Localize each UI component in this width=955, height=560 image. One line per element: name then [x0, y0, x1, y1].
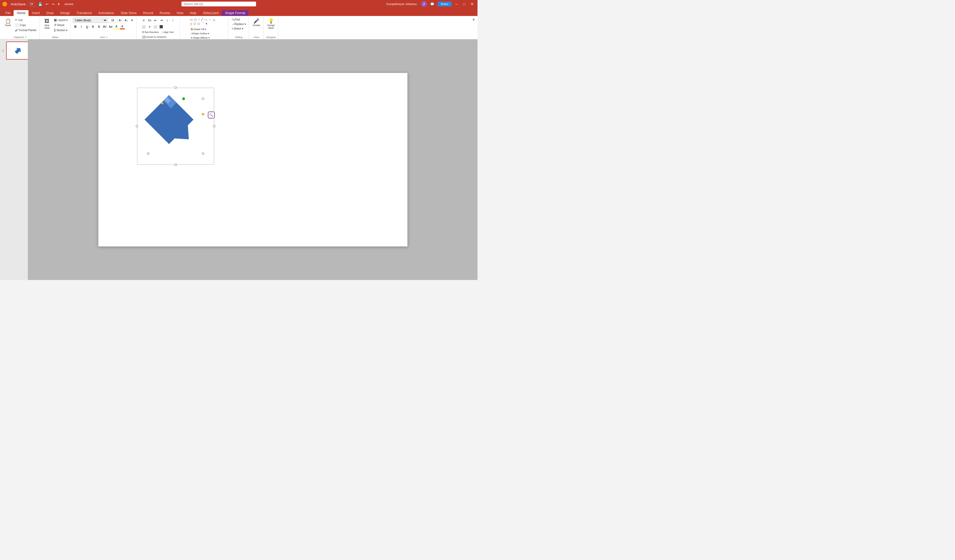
columns-button[interactable]: ⫶ — [170, 17, 175, 23]
change-case-button[interactable]: Aa — [108, 24, 113, 29]
rect-shape-icon[interactable]: ▭ — [189, 17, 193, 22]
tab-slideshow[interactable]: Slide Show — [117, 10, 139, 16]
replace-button[interactable]: ↔ Replace ▾ — [230, 22, 247, 26]
tab-animations[interactable]: Animations — [95, 10, 117, 16]
paste-icon: 📋 — [5, 19, 11, 23]
font-color-button[interactable]: A — [120, 24, 125, 29]
search-bar[interactable] — [182, 2, 256, 6]
line-spacing-button[interactable]: ↕ — [164, 17, 170, 23]
tab-insert[interactable]: Insert — [28, 10, 43, 16]
shape-container[interactable]: 🔍 — [137, 87, 214, 165]
new-slide-button[interactable]: 🖼 NewSlide — [42, 17, 52, 30]
find-button[interactable]: 🔍 Find — [230, 17, 241, 22]
tab-file[interactable]: File — [2, 10, 14, 16]
shape-outline-button[interactable]: □ Shape Outline ▾ — [189, 32, 210, 35]
tab-slidelizard[interactable]: SlideLizard — [200, 10, 222, 16]
tab-transitions[interactable]: Transitions — [73, 10, 95, 16]
record-label: Record — [369, 2, 380, 6]
bold-button[interactable]: B — [73, 24, 78, 29]
user-avatar[interactable]: J — [421, 1, 427, 7]
line-shape-icon[interactable]: ╱ — [200, 17, 204, 22]
increase-indent-button[interactable]: ⇥ — [158, 17, 164, 23]
select-button[interactable]: ↖ Select ▾ — [230, 27, 244, 31]
font-family-select[interactable]: Calibri (Body) — [73, 17, 107, 23]
layout-button[interactable]: ▦ Layout ▾ — [53, 17, 69, 22]
cut-button[interactable]: ✂ Cut — [14, 17, 38, 22]
handle-top[interactable] — [174, 86, 177, 89]
redo-button[interactable]: ↪ — [51, 2, 56, 7]
canvas-area[interactable]: 🔍 — [28, 39, 478, 280]
line2-shape-icon[interactable]: — — [204, 17, 208, 22]
share-button[interactable]: Share — [438, 2, 452, 6]
text-direction-button[interactable]: ⇅ Text Direction — [141, 30, 160, 34]
triangle-shape-icon[interactable]: △ — [212, 17, 216, 22]
handle-bottom[interactable] — [174, 164, 177, 166]
align-center-button[interactable]: ≡ — [147, 24, 152, 29]
handle-bottom-left[interactable] — [147, 153, 149, 155]
char-spacing-button[interactable]: AV — [102, 24, 107, 29]
tab-record[interactable]: Record — [139, 10, 157, 16]
handle-yellow-2[interactable] — [202, 113, 204, 115]
bullets-button[interactable]: ≡ — [141, 17, 146, 23]
align-left-button[interactable]: ⬜ — [141, 24, 146, 29]
hexagon-shape-icon[interactable]: ⬡ — [197, 22, 200, 27]
customize-qat-button[interactable]: ▾ — [57, 2, 61, 7]
circle-shape-icon[interactable]: ○ — [197, 17, 200, 22]
justify-button[interactable]: ⬛ — [158, 24, 164, 29]
paste-button[interactable]: 📋 Paste — [3, 17, 13, 28]
tab-review[interactable]: Review — [157, 10, 173, 16]
tab-view[interactable]: View — [173, 10, 186, 16]
dictate-button[interactable]: 🎤 Dictate — [251, 17, 261, 28]
search-input[interactable] — [182, 2, 256, 6]
record-button[interactable]: Record — [364, 2, 382, 6]
tab-design[interactable]: Design — [57, 10, 73, 16]
align-text-button[interactable]: ↕ Align Text — [160, 30, 175, 34]
curve-shape-icon[interactable]: ⌒ — [201, 22, 205, 27]
tab-home[interactable]: Home — [14, 10, 28, 16]
handle-right[interactable] — [213, 125, 215, 128]
decrease-indent-button[interactable]: ⇤ — [153, 17, 158, 23]
format-painter-button[interactable]: 🖌 Format Painter — [14, 28, 38, 33]
close-button[interactable]: ✕ — [469, 2, 475, 7]
pentagon-shape-icon[interactable]: ⬠ — [193, 22, 197, 27]
shape-fill-button[interactable]: 🎨 Shape Fill ▾ — [189, 27, 210, 31]
underline-button[interactable]: U — [85, 24, 90, 29]
reset-button[interactable]: ↺ Reset — [53, 23, 69, 27]
tab-draw[interactable]: Draw — [43, 10, 57, 16]
minimize-button[interactable]: ─ — [454, 2, 459, 7]
tab-shape-format[interactable]: Shape Format — [222, 10, 248, 16]
rect2-shape-icon[interactable]: ▢ — [193, 17, 197, 22]
more-shapes-button[interactable]: ▾ — [205, 22, 208, 27]
handle-bottom-right[interactable] — [202, 153, 204, 155]
comments-button[interactable]: 💬 — [429, 2, 435, 7]
shape-effects-button[interactable]: ✦ Shape Effects ▾ — [189, 36, 210, 40]
copy-button[interactable]: 📄 Copy — [14, 23, 38, 27]
shadow-button[interactable]: S — [96, 24, 102, 29]
handle-left[interactable] — [136, 125, 138, 128]
clear-format-button[interactable]: ✕ — [130, 17, 135, 23]
design-ideas-button[interactable]: 💡 DesignIdeas — [266, 17, 276, 30]
shape-props: 🎨 Shape Fill ▾ □ Shape Outline ▾ ✦ Shape… — [189, 27, 210, 40]
handle-top-right[interactable] — [202, 98, 204, 100]
autosave-toggle[interactable]: AutoSave Off — [9, 2, 36, 7]
restore-button[interactable]: □ — [462, 2, 467, 7]
collapse-ribbon-button[interactable]: ∧ — [471, 17, 476, 22]
arrow-shape-icon[interactable]: → — [208, 17, 212, 22]
convert-smartart-button[interactable]: 🔄 Convert to SmartArt — [141, 35, 168, 39]
highlight-color-button[interactable]: A — [114, 24, 119, 29]
align-right-button[interactable]: ⬜ — [153, 24, 158, 29]
strikethrough-button[interactable]: S — [90, 24, 96, 29]
tab-help[interactable]: Help — [186, 10, 200, 16]
save-button[interactable]: 💾 — [37, 2, 44, 7]
undo-button[interactable]: ↩ — [44, 2, 50, 7]
handle-yellow-1[interactable] — [161, 102, 163, 105]
diamond-shape-icon[interactable]: ◇ — [189, 22, 193, 27]
section-button[interactable]: § Section ▾ — [53, 28, 69, 33]
slide-thumbnail-1[interactable] — [6, 42, 28, 59]
font-size-input[interactable] — [108, 17, 117, 23]
numbering-button[interactable]: 1≡ — [147, 17, 152, 23]
decrease-font-size-button[interactable]: A↓ — [124, 17, 129, 23]
handle-rotate[interactable] — [182, 97, 185, 100]
italic-button[interactable]: I — [78, 24, 84, 29]
increase-font-size-button[interactable]: A↑ — [118, 17, 123, 23]
